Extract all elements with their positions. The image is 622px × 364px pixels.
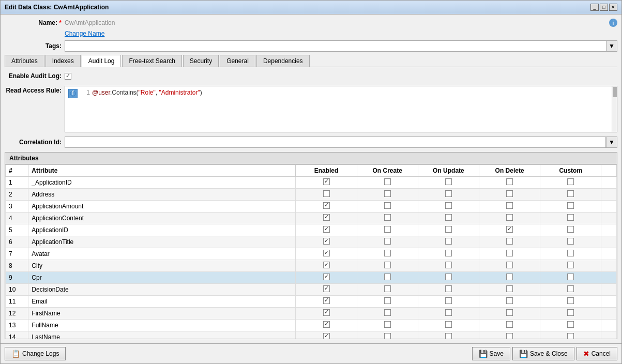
custom-checkbox[interactable] (567, 238, 574, 245)
on-update-checkbox[interactable] (445, 226, 452, 233)
on-create-checkbox[interactable] (384, 321, 391, 328)
on-update-checkbox[interactable] (445, 178, 452, 185)
enabled-checkbox[interactable] (323, 190, 330, 197)
correlation-id-input[interactable] (65, 136, 606, 148)
tags-input[interactable] (65, 40, 606, 52)
tab-security[interactable]: Security (183, 55, 219, 67)
on-update-checkbox[interactable] (445, 309, 452, 316)
on-delete-checkbox[interactable] (506, 202, 513, 209)
correlation-dropdown-button[interactable]: ▼ (606, 136, 617, 148)
on-create-checkbox[interactable] (384, 262, 391, 268)
on-create-checkbox[interactable] (384, 250, 391, 256)
cancel-button[interactable]: ✖ Cancel (577, 347, 617, 360)
enabled-checkbox[interactable] (323, 309, 330, 316)
custom-checkbox[interactable] (567, 309, 574, 316)
close-button[interactable]: ✕ (609, 4, 617, 11)
enabled-checkbox[interactable] (323, 285, 330, 292)
on-create-checkbox[interactable] (384, 285, 391, 292)
tab-free-text-search[interactable]: Free-text Search (122, 55, 181, 67)
read-access-editor: f 1 @user.Contains("Role", "Administrato… (65, 86, 617, 132)
on-create-checkbox[interactable] (384, 226, 391, 233)
custom-checkbox[interactable] (567, 190, 574, 197)
enabled-checkbox[interactable] (323, 226, 330, 233)
custom-checkbox[interactable] (567, 214, 574, 221)
on-update-checkbox[interactable] (445, 238, 452, 245)
on-delete-checkbox[interactable] (506, 214, 513, 221)
custom-checkbox[interactable] (567, 285, 574, 292)
tab-audit-log[interactable]: Audit Log (82, 55, 122, 67)
cell-on-delete (479, 201, 540, 213)
custom-checkbox[interactable] (567, 202, 574, 209)
on-delete-checkbox[interactable] (506, 178, 513, 185)
on-update-checkbox[interactable] (445, 262, 452, 268)
on-delete-checkbox[interactable] (506, 285, 513, 292)
on-update-checkbox[interactable] (445, 297, 452, 304)
on-update-checkbox[interactable] (445, 250, 452, 256)
custom-checkbox[interactable] (567, 226, 574, 233)
on-delete-checkbox[interactable] (506, 297, 513, 304)
custom-checkbox[interactable] (567, 321, 574, 328)
on-delete-checkbox[interactable] (506, 274, 513, 280)
col-header-enabled: Enabled (296, 165, 357, 177)
enabled-checkbox[interactable] (323, 250, 330, 256)
table-container[interactable]: # Attribute Enabled On Create On Update … (5, 164, 617, 339)
enabled-checkbox[interactable] (323, 214, 330, 221)
on-create-checkbox[interactable] (384, 214, 391, 221)
scrollbar-thumb (613, 87, 617, 97)
tags-dropdown-button[interactable]: ▼ (606, 40, 617, 52)
enabled-checkbox[interactable] (323, 274, 330, 280)
on-update-checkbox[interactable] (445, 321, 452, 328)
rule-icon[interactable]: f (68, 89, 78, 98)
main-window: Edit Data Class: CwAmtApplication _ □ ✕ … (0, 0, 622, 364)
enabled-checkbox[interactable] (323, 297, 330, 304)
on-delete-checkbox[interactable] (506, 190, 513, 197)
custom-checkbox[interactable] (567, 333, 574, 339)
enable-audit-log-checkbox[interactable] (65, 73, 71, 80)
on-delete-checkbox[interactable] (506, 321, 513, 328)
on-delete-checkbox[interactable] (506, 262, 513, 268)
maximize-button[interactable]: □ (600, 4, 608, 11)
on-create-checkbox[interactable] (384, 309, 391, 316)
minimize-button[interactable]: _ (590, 4, 599, 11)
enabled-checkbox[interactable] (323, 262, 330, 268)
change-name-link[interactable]: Change Name (65, 30, 104, 37)
save-close-button[interactable]: 💾 Save & Close (512, 347, 574, 360)
enabled-checkbox[interactable] (323, 178, 330, 185)
on-update-checkbox[interactable] (445, 274, 452, 280)
on-update-checkbox[interactable] (445, 285, 452, 292)
on-create-checkbox[interactable] (384, 333, 391, 339)
on-create-checkbox[interactable] (384, 297, 391, 304)
custom-checkbox[interactable] (567, 250, 574, 256)
custom-checkbox[interactable] (567, 274, 574, 280)
cell-num: 7 (6, 248, 28, 260)
on-delete-checkbox[interactable] (506, 333, 513, 339)
on-create-checkbox[interactable] (384, 238, 391, 245)
enabled-checkbox[interactable] (323, 238, 330, 245)
custom-checkbox[interactable] (567, 178, 574, 185)
save-button[interactable]: 💾 Save (472, 347, 510, 360)
cell-on-create (357, 201, 418, 213)
on-create-checkbox[interactable] (384, 178, 391, 185)
on-update-checkbox[interactable] (445, 333, 452, 339)
on-update-checkbox[interactable] (445, 190, 452, 197)
enabled-checkbox[interactable] (323, 333, 330, 339)
custom-checkbox[interactable] (567, 262, 574, 268)
on-delete-checkbox[interactable] (506, 238, 513, 245)
custom-checkbox[interactable] (567, 297, 574, 304)
enabled-checkbox[interactable] (323, 321, 330, 328)
tab-general[interactable]: General (220, 55, 255, 67)
tab-dependencies[interactable]: Dependencies (256, 55, 310, 67)
on-delete-checkbox[interactable] (506, 226, 513, 233)
on-create-checkbox[interactable] (384, 202, 391, 209)
tab-attributes[interactable]: Attributes (5, 55, 44, 67)
on-update-checkbox[interactable] (445, 202, 452, 209)
tab-indexes[interactable]: Indexes (45, 55, 81, 67)
on-create-checkbox[interactable] (384, 190, 391, 197)
editor-scrollbar[interactable] (612, 86, 617, 132)
on-update-checkbox[interactable] (445, 214, 452, 221)
on-delete-checkbox[interactable] (506, 250, 513, 256)
on-delete-checkbox[interactable] (506, 309, 513, 316)
change-logs-button[interactable]: 📋 Change Logs (5, 347, 66, 360)
enabled-checkbox[interactable] (323, 202, 330, 209)
on-create-checkbox[interactable] (384, 274, 391, 280)
